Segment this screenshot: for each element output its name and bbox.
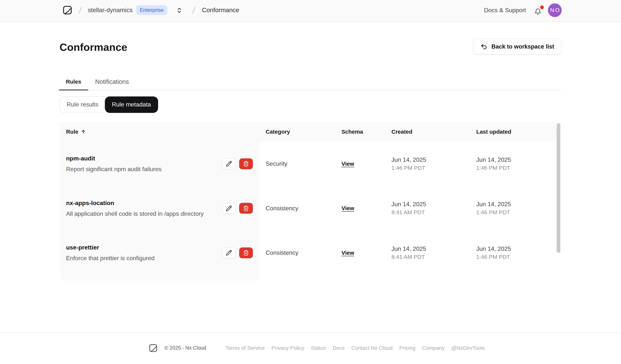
table-scrollbar[interactable] [556, 122, 562, 281]
pencil-icon [226, 205, 232, 211]
rule-created: Jun 14, 20251:46 PM PDT [385, 156, 470, 172]
edit-rule-button[interactable] [222, 247, 236, 258]
rule-category: Security [259, 160, 335, 167]
view-toggle: Rule results Rule metadata [59, 96, 562, 113]
tab-rules[interactable]: Rules [59, 78, 88, 90]
pencil-icon [226, 250, 232, 256]
rule-name: nx-apps-location [66, 199, 204, 206]
rule-description: Report significant npm audit failures [66, 165, 162, 173]
avatar[interactable]: NO [548, 3, 562, 17]
rule-results-toggle[interactable]: Rule results [59, 96, 105, 113]
rule-actions [222, 158, 253, 169]
table-row: use-prettierEnforce that prettier is con… [59, 231, 562, 275]
enterprise-badge: Enterprise [136, 5, 167, 15]
trash-icon [243, 161, 249, 167]
undo-arrow-icon [480, 43, 487, 50]
rule-name: use-prettier [66, 244, 155, 251]
page-title: Conformance [59, 41, 127, 53]
delete-rule-button[interactable] [239, 203, 253, 214]
rule-category: Consistency [259, 205, 335, 212]
table-header-row: Rule Category Schema Created Last update… [59, 122, 562, 142]
rule-created: Jun 14, 20258:41 AM PDT [385, 201, 470, 216]
rule-last-updated: Jun 14, 20251:46 PM PDT [470, 245, 562, 261]
main-content: Conformance Back to workspace list Rules… [59, 39, 562, 281]
rule-description: Enforce that prettier is configured [66, 254, 155, 262]
rule-description: All application shell code is stored in … [66, 210, 204, 217]
rule-last-updated: Jun 14, 20251:46 PM PDT [470, 201, 562, 216]
column-header-category[interactable]: Category [259, 128, 335, 135]
schema-view-link[interactable]: View [342, 250, 354, 256]
footer-link[interactable]: Company [422, 345, 445, 351]
footer-link[interactable]: Privacy Policy [272, 345, 304, 351]
trash-icon [243, 206, 249, 211]
breadcrumb-workspace[interactable]: stellar-dynamics [88, 7, 133, 14]
rule-metadata-toggle[interactable]: Rule metadata [105, 96, 158, 113]
rule-actions [222, 203, 253, 214]
rule-info: nx-apps-locationAll application shell co… [66, 199, 204, 217]
footer-link[interactable]: Terms of Service [226, 345, 265, 351]
tab-bar: Rules Notifications [59, 78, 562, 90]
trash-icon [243, 250, 249, 256]
footer-nx-logo-icon [0, 344, 157, 352]
rule-created: Jun 14, 20258:41 AM PDT [385, 245, 470, 261]
footer-link[interactable]: Contact Nx Cloud [351, 345, 392, 351]
rule-category: Consistency [259, 249, 335, 256]
rule-info: npm-auditReport significant npm audit fa… [66, 155, 162, 173]
breadcrumb-page[interactable]: Conformance [202, 7, 239, 14]
tab-notifications[interactable]: Notifications [88, 78, 136, 90]
footer-copyright: © 2025 - Nx Cloud [164, 345, 206, 351]
rule-last-updated: Jun 14, 20251:46 PM PDT [470, 156, 562, 172]
back-to-workspace-list-button[interactable]: Back to workspace list [473, 39, 562, 55]
column-header-rule[interactable]: Rule [59, 128, 259, 135]
footer-link[interactable]: Pricing [399, 345, 415, 351]
schema-view-link[interactable]: View [342, 205, 354, 211]
footer-link[interactable]: Status [311, 345, 326, 351]
notification-dot [540, 5, 544, 9]
docs-support-link[interactable]: Docs & Support [484, 7, 526, 14]
nx-cloud-logo-icon[interactable] [63, 6, 72, 15]
pencil-icon [226, 161, 232, 167]
column-header-created[interactable]: Created [385, 128, 470, 135]
schema-view-link[interactable]: View [342, 161, 354, 167]
table-scrollbar-thumb[interactable] [557, 123, 560, 253]
column-header-last-updated[interactable]: Last updated [470, 128, 562, 135]
notifications-bell-icon[interactable] [535, 7, 542, 15]
delete-rule-button[interactable] [239, 158, 253, 169]
topbar: stellar-dynamics Enterprise Conformance … [0, 0, 621, 22]
footer-links: Terms of ServicePrivacy PolicyStatusDocs… [226, 345, 485, 351]
breadcrumb-slash-icon [78, 6, 82, 14]
workspace-switcher-icon[interactable] [176, 7, 182, 14]
footer: © 2025 - Nx Cloud Terms of ServicePrivac… [0, 332, 621, 364]
footer-link[interactable]: @NxDevTools [451, 345, 485, 351]
edit-rule-button[interactable] [222, 158, 236, 169]
rules-table: Rule Category Schema Created Last update… [59, 122, 562, 281]
table-row: npm-auditReport significant npm audit fa… [59, 142, 562, 186]
breadcrumb-slash-icon [192, 6, 196, 14]
table-row: nx-apps-locationAll application shell co… [59, 186, 562, 231]
rule-info: use-prettierEnforce that prettier is con… [66, 244, 155, 262]
column-header-schema[interactable]: Schema [335, 128, 385, 135]
edit-rule-button[interactable] [222, 203, 236, 214]
rule-name: npm-audit [66, 155, 162, 162]
rule-actions [222, 247, 253, 258]
sort-ascending-icon [81, 129, 86, 134]
delete-rule-button[interactable] [239, 247, 253, 258]
footer-link[interactable]: Docs [333, 345, 345, 351]
